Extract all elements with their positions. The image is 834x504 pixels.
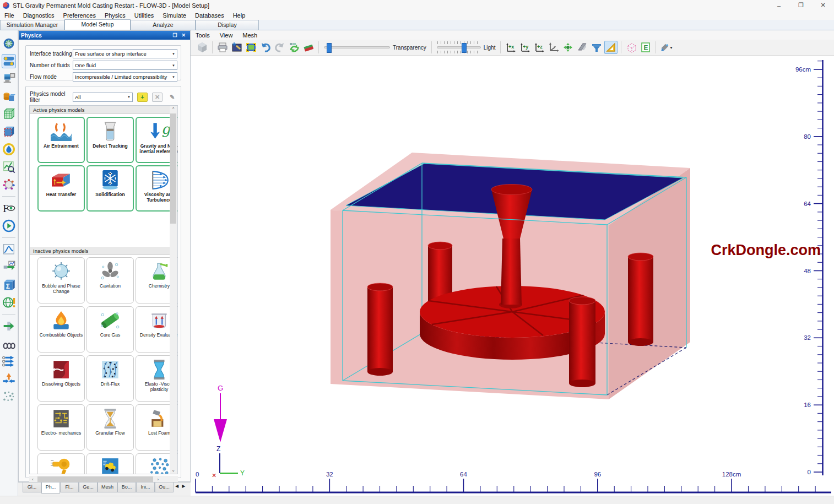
menu-preferences[interactable]: Preferences [59, 12, 100, 19]
sidebar-initial-conditions-icon[interactable] [2, 142, 16, 156]
flow-mode-select[interactable]: Incompressible / Limited compressibility… [73, 72, 177, 82]
measure-button[interactable] [604, 41, 618, 54]
menu-simulate[interactable]: Simulate [158, 12, 191, 19]
model-card-cavitation[interactable]: Cavitation [86, 257, 134, 304]
sidebar-globe-alert-icon[interactable] [2, 295, 16, 310]
sidebar-boundaries-icon[interactable] [2, 124, 16, 139]
fit-view-button[interactable] [245, 41, 258, 54]
sidebar-mass-source-icon[interactable] [2, 354, 16, 368]
model-card-core-gas[interactable]: Core Gas [86, 306, 134, 353]
number-of-fluids-select[interactable]: One fluid▼ [73, 61, 177, 70]
model-card-heat-transfer[interactable]: Heat Transfer [37, 165, 85, 212]
viewport-menu-view[interactable]: View [215, 31, 238, 39]
model-card-drift-flux[interactable]: Drift-Flux [86, 355, 134, 402]
model-card-combustible-objects[interactable]: Combustible Objects [37, 306, 85, 353]
probe-tool-button[interactable]: ▾ [659, 41, 673, 54]
menu-help[interactable]: Help [229, 12, 250, 19]
sidebar-favor-eye-icon[interactable]: F [2, 201, 16, 215]
inactive-models-header[interactable]: Inactive physics models [30, 247, 170, 255]
restore-button[interactable]: ❐ [790, 0, 812, 10]
menu-file[interactable]: File [0, 12, 19, 19]
menu-diagnostics[interactable]: Diagnostics [19, 12, 59, 19]
panel-tab-gl[interactable]: Gl... [23, 483, 41, 492]
transparency-slider[interactable]: Transparency [324, 45, 426, 51]
snapshot-button[interactable] [230, 41, 243, 54]
model-card-defect-tracking[interactable]: Defect Tracking [86, 117, 134, 163]
sidebar-output-icon[interactable] [2, 160, 16, 174]
menu-utilities[interactable]: Utilities [130, 12, 158, 19]
panel-tab-ou[interactable]: Ou... [155, 483, 174, 492]
model-card-granular-flow[interactable]: Granular Flow [86, 404, 134, 451]
eraser-button[interactable] [302, 41, 315, 54]
favor-button[interactable]: E [639, 41, 652, 54]
tab-analyze[interactable]: Analyze [131, 20, 196, 30]
menu-databases[interactable]: Databases [191, 12, 229, 19]
redo-button[interactable] [273, 41, 286, 54]
sidebar-run-simulation-icon[interactable] [2, 219, 16, 233]
sidebar-plot-curve-icon[interactable] [2, 242, 16, 257]
model-card-electro-mechanics[interactable]: Electro- mechanics [37, 404, 85, 451]
model-card-moisture[interactable]: Moisture [37, 453, 85, 474]
sidebar-sigma-cube-icon[interactable]: Σ [2, 278, 16, 292]
light-slider[interactable]: Light [437, 45, 496, 51]
menu-physics[interactable]: Physics [100, 12, 130, 19]
mesh-display-button[interactable] [625, 41, 638, 54]
sidebar-numerics-icon[interactable] [2, 177, 16, 192]
slice-button[interactable] [590, 41, 603, 54]
panel-tab-ph[interactable]: Ph... [41, 483, 60, 494]
view-plus-z-button[interactable]: +z [533, 41, 546, 54]
iso-view-button[interactable] [196, 41, 209, 54]
scroll-down-icon[interactable]: ⌄ [170, 467, 177, 474]
viewport-menu-tools[interactable]: Tools [191, 31, 215, 39]
active-models-header[interactable]: Active physics models [30, 106, 170, 114]
model-card-bubble-and-phase-change[interactable]: Bubble and Phase Change [37, 257, 85, 304]
physics-model-filter-select[interactable]: All ▼ [73, 93, 133, 102]
rotate-3d-button[interactable] [561, 41, 575, 54]
transparency-slider-handle[interactable] [327, 43, 332, 53]
clip-plane-button[interactable] [576, 41, 589, 54]
sidebar-valve-icon[interactable] [2, 372, 16, 386]
panel-tab-mesh[interactable]: Mesh [98, 483, 117, 492]
minimize-button[interactable]: – [768, 0, 790, 10]
panel-tabs-scroll-right-icon[interactable]: ▶ [180, 483, 187, 490]
scroll-left-icon[interactable]: ‹ [29, 477, 36, 482]
light-slider-handle[interactable] [462, 43, 467, 53]
view-plus-x-button[interactable]: +x [504, 41, 517, 54]
sidebar-baffle-arrow-icon[interactable] [2, 319, 16, 333]
sidebar-spring-icon[interactable] [2, 337, 16, 351]
sidebar-geometry-icon[interactable] [2, 89, 16, 104]
tab-display[interactable]: Display [196, 20, 259, 30]
add-filter-button[interactable]: + [137, 93, 148, 102]
panel-tab-ini[interactable]: Ini... [136, 483, 155, 492]
float-panel-icon[interactable]: ❐ [170, 32, 179, 38]
sidebar-fluids-icon[interactable] [2, 72, 16, 86]
model-card-moving-simple-deforming-objects[interactable]: Moving & Simple Deforming Objects [86, 453, 134, 474]
model-card-air-entrainment[interactable]: Air Entrainment [37, 117, 85, 163]
close-button[interactable]: ✕ [812, 0, 834, 10]
delete-filter-button[interactable]: ✕ [152, 93, 163, 102]
sidebar-physics-toggles-icon[interactable] [2, 54, 16, 68]
sidebar-global-settings-icon[interactable] [2, 36, 16, 51]
panel-tab-fl[interactable]: Fl... [60, 483, 79, 492]
panel-tabs-scroll-left-icon[interactable]: ◀ [174, 483, 180, 490]
scroll-up-icon[interactable]: ⌃ [170, 106, 177, 113]
view-plus-y-button[interactable]: +y [518, 41, 532, 54]
models-vertical-scrollbar[interactable]: ⌃ ⌄ [170, 106, 177, 474]
sidebar-meshing-icon[interactable] [2, 107, 16, 121]
sidebar-particles-dots-icon[interactable] [2, 389, 16, 404]
print-button[interactable] [216, 41, 229, 54]
panel-tab-bo[interactable]: Bo... [117, 483, 136, 492]
interface-tracking-select[interactable]: Free surface or sharp interface▼ [73, 49, 177, 58]
3d-scene[interactable]: 96cm806448321600326496128cmCrkDongle.com… [191, 56, 834, 496]
viewport-menu-mesh[interactable]: Mesh [237, 31, 262, 39]
chevron-down-icon[interactable]: ▾ [670, 45, 672, 50]
regenerate-button[interactable] [288, 41, 301, 54]
panel-tab-ge[interactable]: Ge... [79, 483, 98, 492]
model-card-dissolving-objects[interactable]: Dissolving Objects [37, 355, 85, 402]
perspective-axis-button[interactable] [547, 41, 560, 54]
tab-model-setup[interactable]: Model Setup [64, 19, 131, 30]
tab-simulation-manager[interactable]: Simulation Manager [0, 20, 64, 30]
undo-button[interactable] [259, 41, 272, 54]
scroll-right-icon[interactable]: › [154, 477, 161, 482]
close-panel-icon[interactable]: ✕ [179, 32, 188, 38]
